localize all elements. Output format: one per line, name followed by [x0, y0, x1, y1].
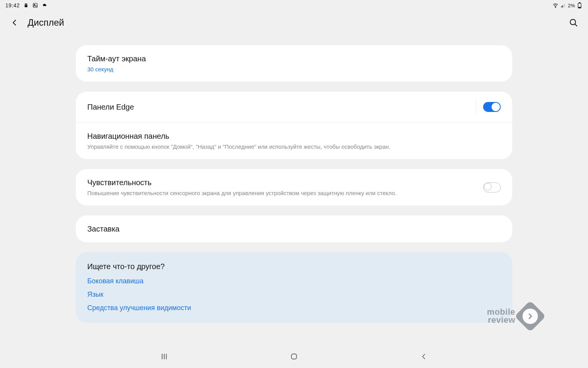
- screen-timeout-row[interactable]: Тайм-аут экрана 30 секунд: [76, 45, 512, 82]
- watermark-line2: review: [487, 316, 515, 324]
- status-bar: 19:42 2%: [0, 0, 588, 11]
- sensitivity-card: Чувствительность Повышение чувствительно…: [76, 169, 512, 205]
- back-button[interactable]: [9, 17, 20, 28]
- looking-for-card: Ищете что-то другое? Боковая клавиша Язы…: [76, 252, 512, 323]
- suggestion-link-visibility[interactable]: Средства улучшения видимости: [87, 304, 191, 312]
- edge-panels-row[interactable]: Панели Edge: [76, 92, 512, 122]
- svg-point-1: [34, 4, 35, 5]
- edge-panels-title: Панели Edge: [87, 102, 471, 112]
- battery-icon: [577, 2, 583, 8]
- home-button[interactable]: [286, 349, 302, 364]
- svg-rect-16: [291, 354, 296, 359]
- svg-rect-6: [564, 5, 564, 8]
- wifi-icon: [552, 2, 559, 8]
- search-button[interactable]: [568, 17, 579, 28]
- battery-percent: 2%: [568, 3, 575, 8]
- navigation-bar-row[interactable]: Навигационная панель Управляйте с помощь…: [76, 122, 512, 159]
- system-nav-bar: [0, 345, 588, 368]
- shop-icon: [23, 2, 29, 8]
- screensaver-card: Заставка: [76, 215, 512, 242]
- touch-sensitivity-subtitle: Повышение чувствительности сенсорного эк…: [87, 189, 479, 197]
- svg-rect-9: [579, 3, 580, 3]
- screen-timeout-value: 30 секунд: [87, 65, 501, 73]
- weather-icon: [41, 2, 47, 8]
- status-time: 19:42: [5, 2, 20, 8]
- watermark: mobile review: [487, 305, 541, 327]
- edge-nav-card: Панели Edge Навигационная панель Управля…: [76, 92, 512, 159]
- svg-line-12: [575, 24, 577, 26]
- svg-rect-5: [562, 5, 563, 7]
- page-title: Дисплей: [28, 17, 64, 28]
- suggestion-link-side-key[interactable]: Боковая клавиша: [87, 277, 144, 285]
- edge-panels-toggle[interactable]: [483, 102, 501, 112]
- navigation-bar-subtitle: Управляйте с помощью кнопок "Домой", "На…: [87, 143, 501, 151]
- system-back-button[interactable]: [416, 349, 431, 364]
- svg-rect-10: [578, 7, 581, 8]
- touch-sensitivity-title: Чувствительность: [87, 177, 479, 187]
- watermark-badge-icon: [514, 301, 546, 332]
- svg-rect-0: [33, 3, 37, 8]
- signal-icon: [560, 2, 566, 8]
- touch-sensitivity-toggle[interactable]: [483, 182, 501, 192]
- svg-point-3: [555, 7, 556, 8]
- svg-rect-7: [565, 3, 565, 7]
- recents-button[interactable]: [157, 349, 172, 364]
- suggestion-link-language[interactable]: Язык: [87, 291, 103, 299]
- screensaver-row[interactable]: Заставка: [76, 215, 512, 242]
- gallery-icon: [32, 2, 38, 8]
- screen-timeout-card: Тайм-аут экрана 30 секунд: [76, 45, 512, 82]
- settings-content: Тайм-аут экрана 30 секунд Панели Edge На…: [76, 45, 512, 323]
- looking-for-title: Ищете что-то другое?: [87, 262, 501, 271]
- app-bar: Дисплей: [0, 11, 588, 34]
- screensaver-title: Заставка: [87, 224, 501, 234]
- touch-sensitivity-row[interactable]: Чувствительность Повышение чувствительно…: [76, 169, 512, 205]
- navigation-bar-title: Навигационная панель: [87, 131, 501, 141]
- screen-timeout-title: Тайм-аут экрана: [87, 54, 501, 64]
- svg-rect-4: [561, 6, 562, 7]
